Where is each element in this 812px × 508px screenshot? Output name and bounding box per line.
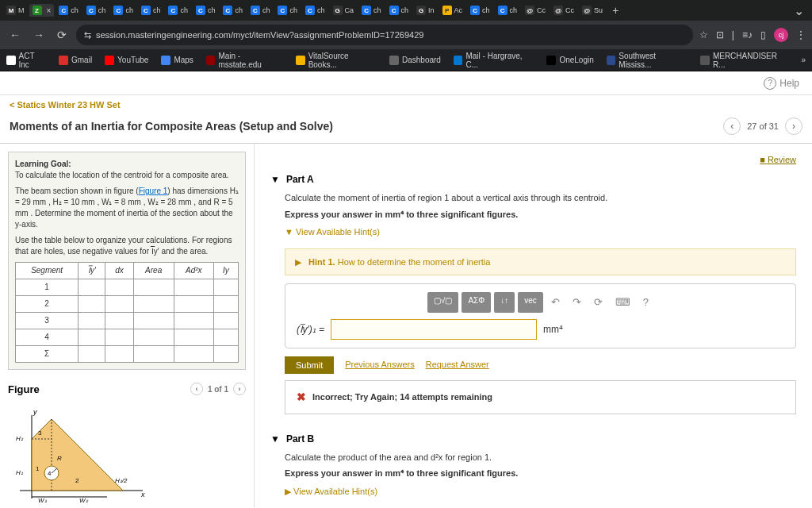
browser-tab[interactable]: Cch bbox=[386, 4, 412, 17]
bookmark-item[interactable]: YouTube bbox=[105, 56, 148, 65]
review-link[interactable]: ■ Review bbox=[270, 152, 796, 167]
bookmark-icon bbox=[59, 56, 68, 65]
divider: | bbox=[732, 29, 734, 40]
subscript-button[interactable]: ↓↑ bbox=[494, 292, 515, 313]
bookmark-item[interactable]: Mail - Hargrave, C... bbox=[454, 52, 534, 69]
menu-icon[interactable]: ⋮ bbox=[796, 29, 806, 40]
star-icon[interactable]: ☆ bbox=[699, 29, 708, 40]
browser-tab[interactable]: MM bbox=[3, 4, 28, 17]
browser-tab[interactable]: Cch bbox=[83, 4, 109, 17]
page-title: Moments of an Inertia for Composite Area… bbox=[10, 120, 333, 133]
profile-avatar[interactable]: cj bbox=[774, 28, 788, 42]
title-row: Moments of an Inertia for Composite Area… bbox=[0, 114, 812, 144]
browser-tab[interactable]: Cch bbox=[495, 4, 521, 17]
bookmark-item[interactable]: Maps bbox=[161, 56, 193, 65]
browser-tab[interactable]: PAc bbox=[439, 4, 466, 17]
svg-text:3: 3 bbox=[38, 429, 42, 437]
figure-image: y x 3 1 4 2 R H₂ H₁ W₁ W₂ H₁/2 bbox=[8, 403, 246, 507]
url-field[interactable]: ⇆ session.masteringengineering.com/myct/… bbox=[76, 25, 693, 45]
bookmark-item[interactable]: MERCHANDISER R... bbox=[700, 52, 788, 69]
tab-favicon: C bbox=[389, 6, 399, 15]
problem-pager: ‹ 27 of 31 › bbox=[723, 117, 802, 135]
prev-problem-button[interactable]: ‹ bbox=[723, 117, 741, 135]
svg-text:H₁: H₁ bbox=[16, 469, 23, 476]
tab-favicon: C bbox=[305, 6, 315, 15]
template-button[interactable]: ▢√▢ bbox=[427, 292, 459, 313]
pager-text: 27 of 31 bbox=[747, 121, 779, 131]
bookmark-item[interactable]: Main - msstate.edu bbox=[206, 52, 283, 69]
redo-button[interactable]: ↷ bbox=[568, 292, 586, 313]
bookmark-icon bbox=[454, 56, 463, 65]
browser-tab[interactable]: Cch bbox=[274, 4, 301, 17]
bookmark-item[interactable]: ACT Inc bbox=[6, 52, 46, 69]
browser-tab[interactable]: @Su bbox=[579, 4, 606, 17]
collapse-icon: ▼ bbox=[270, 433, 280, 444]
svg-text:R: R bbox=[57, 455, 62, 462]
browser-tab[interactable]: @Cc bbox=[522, 4, 549, 17]
feedback-box: ✖ Incorrect; Try Again; 14 attempts rema… bbox=[285, 380, 796, 414]
site-info-icon[interactable]: ⇆ bbox=[84, 30, 91, 40]
browser-tab[interactable]: @Cc bbox=[550, 4, 577, 17]
calculation-table: SegmentI̅y′dxAreaAd²xIy 1234Σ bbox=[15, 262, 239, 363]
next-problem-button[interactable]: › bbox=[785, 117, 802, 135]
vec-button[interactable]: vec bbox=[518, 292, 543, 313]
previous-answers-link[interactable]: Previous Answers bbox=[345, 358, 414, 371]
bookmark-item[interactable]: VitalSource Books... bbox=[296, 52, 377, 69]
table-row: 2 bbox=[16, 296, 239, 313]
browser-tab[interactable]: Cch bbox=[56, 4, 82, 17]
submit-button[interactable]: Submit bbox=[285, 356, 334, 374]
help-link[interactable]: ? Help bbox=[764, 77, 799, 90]
part-a-header[interactable]: ▼ Part A bbox=[270, 167, 796, 191]
extensions-icon[interactable]: ⊡ bbox=[716, 29, 724, 40]
reload-button[interactable]: ⟳ bbox=[54, 25, 70, 44]
bookmark-item[interactable]: Gmail bbox=[59, 56, 92, 65]
figure-link[interactable]: Figure 1 bbox=[139, 187, 168, 195]
table-row: 1 bbox=[16, 279, 239, 296]
greek-button[interactable]: ΑΣΦ bbox=[462, 292, 491, 313]
breadcrumb[interactable]: < Statics Winter 23 HW Set bbox=[0, 95, 812, 114]
collapse-icon: ▼ bbox=[270, 174, 280, 185]
browser-tab[interactable]: Cch bbox=[247, 4, 274, 17]
answer-input[interactable] bbox=[331, 319, 537, 340]
request-answer-link[interactable]: Request Answer bbox=[426, 358, 489, 371]
tab-menu-button[interactable]: ⌄ bbox=[789, 3, 809, 18]
browser-tabs: MMZ×CchCchCchCchCchCchCchCchCchCchGCaCch… bbox=[0, 0, 812, 21]
part-b-header[interactable]: ▼ Part B bbox=[270, 427, 796, 451]
browser-tab[interactable]: Cch bbox=[138, 4, 164, 17]
browser-tab[interactable]: GCa bbox=[330, 4, 358, 17]
svg-text:x: x bbox=[140, 491, 145, 498]
bookmarks-more-button[interactable]: » bbox=[801, 56, 806, 64]
browser-tab[interactable]: Cch bbox=[165, 4, 191, 17]
browser-tab[interactable]: Cch bbox=[220, 4, 246, 17]
browser-tab[interactable]: GIn bbox=[413, 4, 438, 17]
answer-toolbar: ▢√▢ ΑΣΦ ↓↑ vec ↶ ↷ ⟳ ⌨ ? bbox=[297, 292, 784, 313]
browser-tab[interactable]: Cch bbox=[467, 4, 493, 17]
hints-toggle-b[interactable]: ▶ View Available Hint(s) bbox=[285, 480, 796, 503]
tab-favicon: Z bbox=[33, 6, 42, 15]
fig-prev-button[interactable]: ‹ bbox=[190, 383, 203, 395]
bookmark-item[interactable]: Southwest Mississ... bbox=[607, 52, 688, 69]
browser-tab[interactable]: Cch bbox=[302, 4, 328, 17]
new-tab-button[interactable]: + bbox=[607, 4, 623, 17]
tab-favicon: C bbox=[168, 6, 178, 15]
keyboard-button[interactable]: ⌨ bbox=[611, 292, 635, 313]
fig-next-button[interactable]: › bbox=[233, 383, 246, 395]
hint-expand-icon[interactable]: ▶ bbox=[295, 257, 301, 267]
forward-button[interactable]: → bbox=[30, 25, 48, 44]
browser-tab[interactable]: Cch bbox=[110, 4, 136, 17]
undo-button[interactable]: ↶ bbox=[546, 292, 565, 313]
input-label: (I̅y′)₁ = bbox=[297, 322, 324, 337]
back-button[interactable]: ← bbox=[6, 25, 24, 44]
bookmark-item[interactable]: OneLogin bbox=[546, 56, 593, 65]
bookmark-item[interactable]: Dashboard bbox=[389, 56, 441, 65]
close-icon[interactable]: × bbox=[47, 6, 52, 15]
reset-button[interactable]: ⟳ bbox=[589, 292, 607, 313]
tool-help-button[interactable]: ? bbox=[638, 292, 653, 313]
browser-tab[interactable]: Cch bbox=[358, 4, 385, 17]
bookmarks-bar: ACT IncGmailYouTubeMapsMain - msstate.ed… bbox=[0, 49, 812, 71]
media-icon[interactable]: ≡♪ bbox=[742, 29, 753, 40]
browser-tab[interactable]: Z× bbox=[29, 4, 55, 17]
panel-icon[interactable]: ▯ bbox=[760, 29, 766, 40]
browser-tab[interactable]: Cch bbox=[193, 4, 219, 17]
hints-toggle[interactable]: ▼ View Available Hint(s) bbox=[285, 221, 796, 244]
